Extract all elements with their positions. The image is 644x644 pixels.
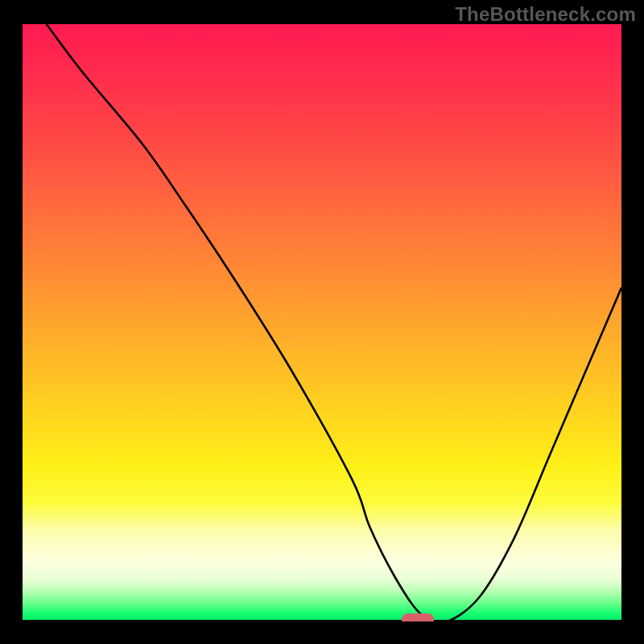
x-axis-baseline [23,620,621,621]
bottleneck-curve [23,24,621,621]
chart-frame: TheBottleneck.com [0,0,644,644]
optimal-marker [402,613,434,621]
plot-area [23,24,621,621]
watermark-text: TheBottleneck.com [455,3,636,26]
curve-path [47,24,621,621]
